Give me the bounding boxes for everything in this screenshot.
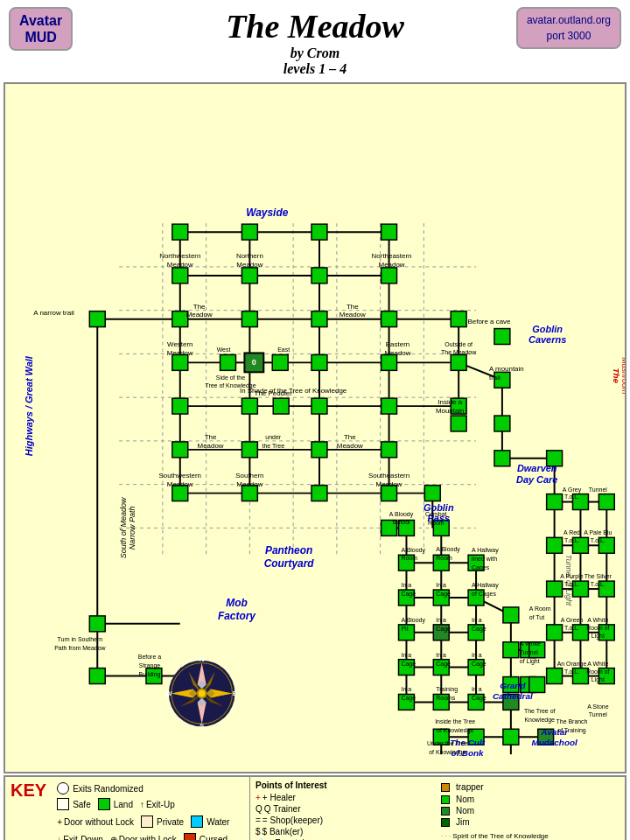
svg-text:Cage: Cage [472, 695, 486, 702]
svg-text:of Knowledge: of Knowledge [429, 749, 466, 756]
svg-text:Combat: Combat [425, 511, 446, 517]
svg-text:Before a: Before a [138, 654, 161, 660]
svg-text:The: The [205, 433, 217, 441]
svg-rect-226 [89, 616, 105, 632]
svg-text:In a: In a [472, 652, 482, 658]
svg-text:Cage: Cage [401, 591, 416, 598]
svg-text:Building: Building [139, 671, 161, 678]
svg-text:T.o.L.: T.o.L. [564, 537, 579, 543]
svg-rect-190 [547, 625, 563, 640]
svg-text:Meadow: Meadow [376, 480, 402, 488]
svg-text:A Hallway: A Hallway [472, 582, 499, 589]
svg-rect-145 [312, 268, 327, 284]
svg-text:In a: In a [401, 686, 411, 692]
svg-text:The Silver: The Silver [584, 573, 612, 579]
svg-rect-149 [242, 312, 257, 327]
svg-rect-184 [547, 537, 563, 553]
svg-text:T.o.L.: T.o.L. [564, 625, 579, 631]
svg-text:A Bloody: A Bloody [436, 546, 460, 553]
svg-rect-143 [172, 268, 188, 284]
svg-text:T.o.L.: T.o.L. [591, 581, 606, 587]
svg-text:West: West [217, 346, 231, 353]
svg-text:Under the Tree: Under the Tree [427, 740, 468, 746]
svg-text:lined with: lined with [472, 556, 497, 562]
svg-text:Light: Light [592, 676, 605, 683]
legend-right: Points of Interest ++ Healer QQ Trainer … [250, 777, 625, 840]
svg-text:In a: In a [436, 582, 446, 588]
svg-text:A Pale Blu: A Pale Blu [584, 529, 612, 536]
svg-text:Tunnel: Tunnel [589, 711, 607, 718]
svg-text:A White: A White [520, 640, 541, 647]
svg-text:W: W [165, 690, 172, 697]
svg-text:Room: Room [436, 555, 452, 561]
map-svg: 0 Wayside Northwestern Meadow Northern M… [5, 84, 625, 772]
svg-text:In a: In a [472, 617, 482, 623]
svg-rect-157 [312, 354, 327, 370]
svg-text:E: E [233, 690, 237, 697]
svg-text:N: N [200, 655, 205, 663]
avatar-mud-badge: Avatar MUD [9, 7, 73, 51]
svg-rect-146 [382, 268, 397, 284]
svg-text:0: 0 [252, 358, 256, 367]
svg-rect-215 [503, 729, 519, 745]
svg-rect-219 [503, 607, 519, 623]
svg-text:Southern: Southern [235, 472, 263, 480]
svg-rect-152 [451, 312, 466, 327]
svg-text:Pantheon: Pantheon [265, 544, 312, 556]
svg-text:In a: In a [436, 652, 446, 658]
svg-text:Cage: Cage [472, 661, 486, 668]
svg-text:Inside the Tree: Inside the Tree [435, 718, 475, 724]
svg-rect-167 [242, 442, 257, 458]
svg-rect-161 [242, 398, 257, 414]
server-badge: avatar.outland.org port 3000 [516, 7, 621, 49]
svg-text:Inside a: Inside a [438, 398, 462, 406]
svg-text:Southeastern: Southeastern [368, 472, 410, 480]
svg-rect-225 [529, 677, 545, 693]
svg-rect-162 [273, 398, 289, 414]
svg-text:Caverns: Caverns [528, 334, 566, 345]
svg-text:Meadow: Meadow [337, 442, 363, 450]
svg-text:Tunnel: Tunnel [520, 649, 538, 655]
svg-text:The: The [612, 368, 621, 383]
svg-text:An Orange: An Orange [557, 661, 587, 668]
svg-text:East: East [277, 346, 290, 353]
svg-text:Light: Light [592, 633, 605, 640]
svg-rect-193 [547, 668, 563, 684]
svg-rect-181 [547, 494, 563, 510]
svg-text:Meadow: Meadow [340, 311, 366, 318]
svg-text:A Green: A Green [561, 617, 584, 623]
svg-text:Eastern: Eastern [386, 340, 410, 348]
svg-text:In a: In a [401, 582, 411, 588]
page-wrapper: Avatar MUD The Meadow by Crom levels 1 –… [0, 0, 630, 840]
svg-text:Meadow: Meadow [167, 261, 193, 269]
svg-text:In a: In a [436, 617, 446, 623]
svg-text:A Bloody: A Bloody [401, 547, 425, 554]
svg-text:Turn in Southern: Turn in Southern [58, 636, 103, 642]
header: Avatar MUD The Meadow by Crom levels 1 –… [0, 0, 630, 80]
svg-text:Side of the: Side of the [216, 374, 245, 381]
svg-text:the Tree: the Tree [262, 443, 284, 449]
svg-text:Room of: Room of [586, 668, 609, 675]
svg-text:A White: A White [587, 661, 608, 667]
svg-text:Western: Western [167, 340, 192, 348]
svg-text:Grand: Grand [500, 681, 526, 690]
svg-text:Courtyard: Courtyard [264, 557, 315, 570]
svg-text:Room of: Room of [586, 625, 609, 631]
legend-left: KEY Exits Randomized Safe Land [5, 777, 250, 840]
svg-rect-163 [312, 398, 327, 414]
svg-text:S: S [200, 722, 204, 730]
svg-text:Outside of: Outside of [444, 341, 472, 347]
svg-text:The Tree of: The Tree of [524, 708, 556, 714]
wayside-label: Wayside [246, 206, 289, 219]
svg-rect-159 [451, 354, 466, 370]
svg-text:Rooms: Rooms [436, 695, 456, 701]
svg-text:Meadow: Meadow [167, 349, 193, 357]
svg-text:under: under [265, 434, 281, 440]
map-area: 0 Wayside Northwestern Meadow Northern M… [4, 82, 626, 774]
svg-text:T.o.L.: T.o.L. [564, 668, 579, 675]
svg-text:Training: Training [436, 686, 458, 693]
svg-text:of Tut: of Tut [529, 614, 544, 620]
svg-text:Meadow: Meadow [186, 311, 213, 318]
svg-text:Factory: Factory [218, 610, 256, 622]
svg-text:of Cages: of Cages [472, 591, 496, 598]
